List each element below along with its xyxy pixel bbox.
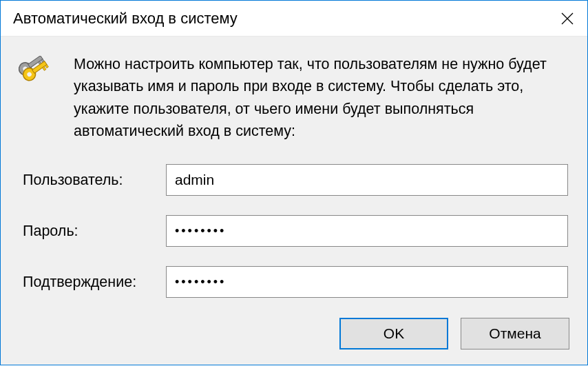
username-input[interactable] (166, 164, 568, 196)
password-row: Пароль: (19, 215, 569, 247)
username-row: Пользователь: (19, 164, 569, 196)
description-row: Можно настроить компьютер так, что польз… (19, 53, 569, 142)
confirm-label: Подтверждение: (19, 274, 166, 291)
close-button[interactable] (547, 1, 587, 37)
cancel-button[interactable]: Отмена (461, 318, 569, 349)
dialog-title: Автоматический вход в систему (13, 10, 238, 28)
confirm-input[interactable] (166, 266, 568, 298)
description-text: Можно настроить компьютер так, что польз… (74, 53, 569, 142)
dialog-content: Можно настроить компьютер так, что польз… (1, 37, 587, 298)
username-label: Пользователь: (19, 172, 166, 189)
button-row: OK Отмена (339, 318, 569, 349)
svg-rect-10 (43, 67, 46, 71)
close-icon (561, 12, 574, 25)
password-input[interactable] (166, 215, 568, 247)
titlebar: Автоматический вход в систему (1, 1, 587, 37)
svg-rect-11 (45, 65, 49, 68)
keys-icon (19, 56, 57, 94)
password-label: Пароль: (19, 223, 166, 240)
ok-button[interactable]: OK (339, 318, 448, 349)
auto-login-dialog: Автоматический вход в систему (0, 0, 588, 365)
confirm-row: Подтверждение: (19, 266, 569, 298)
